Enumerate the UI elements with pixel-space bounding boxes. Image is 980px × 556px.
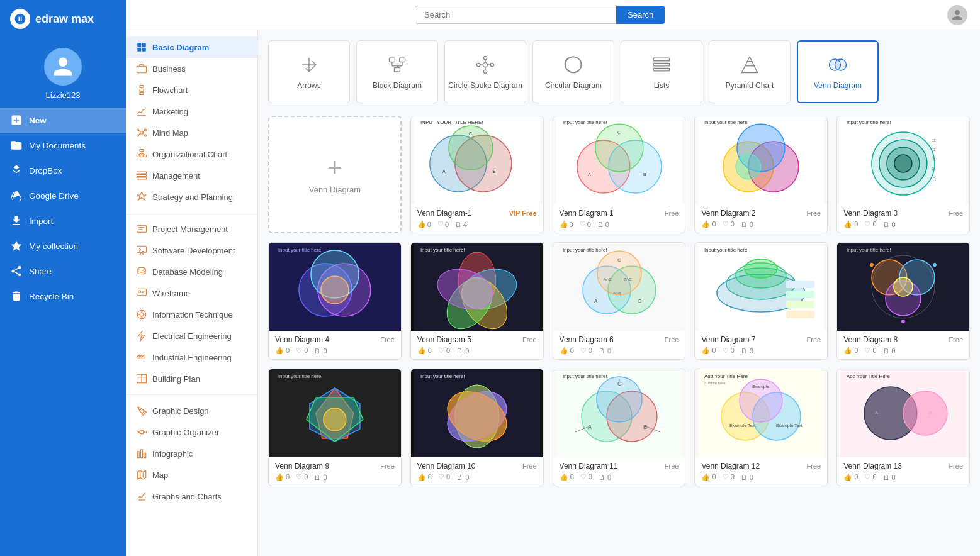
- sec-item-basic-diagram[interactable]: Basic Diagram: [126, 36, 257, 58]
- card-badge-vd2: Free: [807, 209, 821, 217]
- svg-text:Subtitle here: Subtitle here: [704, 381, 726, 385]
- svg-rect-66: [395, 68, 400, 72]
- new-template-card[interactable]: + Venn Diagram: [268, 116, 402, 233]
- svg-rect-22: [140, 155, 144, 157]
- sec-item-graphic-organizer[interactable]: Graphic Organizer: [126, 421, 257, 443]
- sidebar-item-new[interactable]: New: [0, 108, 126, 133]
- sec-item-database[interactable]: Database Modeling: [126, 261, 257, 282]
- svg-text:Input your title here!: Input your title here!: [704, 120, 749, 125]
- sec-item-software-dev[interactable]: Software Development: [126, 240, 257, 261]
- template-card-vd8[interactable]: Input your title here!: [836, 242, 970, 360]
- sec-item-flowchart[interactable]: Flowchart: [126, 79, 257, 101]
- svg-text:Input your title here!: Input your title here!: [420, 247, 465, 253]
- card-title-vd13: Venn Diagram 13: [843, 462, 902, 470]
- template-card-vd11[interactable]: Input your title here! A B C: [553, 369, 686, 486]
- avatar: [44, 48, 82, 86]
- svg-rect-0: [137, 43, 141, 47]
- svg-line-17: [143, 130, 144, 131]
- card-footer-vd2: Venn Diagram 2 Free 👍 0 ♡ 0 🗋 0: [695, 204, 827, 233]
- sec-item-map[interactable]: Map: [126, 464, 257, 486]
- cat-circular-diagram[interactable]: Circular Diagram: [532, 40, 614, 103]
- svg-text:Input your title here!: Input your title here!: [847, 120, 891, 125]
- sidebar-item-recycle-bin[interactable]: Recycle Bin: [0, 284, 126, 309]
- template-card-vd2[interactable]: Input your title here! Venn Diagram 2 Fr…: [694, 116, 828, 233]
- sec-item-strategy[interactable]: Strategy and Planning: [126, 186, 257, 208]
- svg-rect-58: [144, 453, 146, 458]
- template-card-vd3[interactable]: Input your title here! 01 02 03 04 05: [836, 116, 970, 233]
- sidebar-item-my-documents[interactable]: My Documents: [0, 133, 126, 158]
- sidebar-item-recycle-bin-label: Recycle Bin: [29, 292, 74, 301]
- sidebar-item-google-drive[interactable]: Google Drive: [0, 183, 126, 208]
- cat-lists[interactable]: Lists: [621, 40, 702, 103]
- template-card-vd13[interactable]: Add Your Title Here A B Venn Diagram 13 …: [836, 369, 970, 486]
- cat-arrows[interactable]: Arrows: [268, 40, 350, 103]
- template-card-vd1[interactable]: INPUT YOUR TITLE HERE! A B C Venn Diagra…: [410, 116, 544, 233]
- sec-item-infographic[interactable]: Infographic: [126, 443, 257, 464]
- sec-item-project-mgmt[interactable]: Project Management: [126, 218, 257, 240]
- plus-icon: +: [327, 155, 342, 180]
- cat-block-diagram-label: Block Diagram: [373, 81, 422, 90]
- user-icon-top[interactable]: [947, 5, 967, 25]
- sec-item-info-tech[interactable]: Information Technique: [126, 304, 257, 325]
- sec-item-graphic-design[interactable]: Graphic Design: [126, 400, 257, 421]
- sec-item-infographic-label: Infographic: [152, 449, 193, 459]
- search-input[interactable]: [415, 6, 616, 24]
- svg-point-51: [140, 430, 144, 434]
- template-card-vd10[interactable]: Input your title here! Venn Diagram 10: [410, 369, 544, 486]
- card-footer-vd9: Venn Diagram 9 Free 👍 0 ♡ 0 🗋 0: [269, 457, 401, 486]
- template-card-vd5[interactable]: Input your title here! Venn Diagram 5: [410, 242, 544, 360]
- template-card-vd12[interactable]: Add Your Title Here Subtitle here Exampl…: [694, 369, 828, 486]
- sec-item-graphs-charts-label: Graphs and Charts: [152, 492, 222, 501]
- sec-item-mind-map[interactable]: Mind Map: [126, 122, 257, 143]
- card-footer-vd1b: Venn Diagram 1 Free 👍 0 ♡ 0 🗋 0: [553, 204, 685, 233]
- card-stats-vd1b: 👍 0 ♡ 0 🗋 0: [560, 220, 679, 228]
- template-card-vd6[interactable]: Input your title here! A B C A∩C B∩C A∩B: [553, 242, 686, 360]
- svg-rect-64: [389, 58, 395, 62]
- sec-item-project-mgmt-label: Project Management: [152, 225, 228, 234]
- sec-item-building[interactable]: Building Plan: [126, 368, 257, 389]
- svg-point-74: [490, 63, 493, 66]
- logo-icon: [10, 9, 30, 29]
- sidebar-item-my-collection[interactable]: My collection: [0, 233, 126, 259]
- sidebar-item-import[interactable]: Import: [0, 208, 126, 233]
- card-badge-vd11: Free: [665, 462, 679, 470]
- svg-point-36: [138, 267, 145, 270]
- template-card-vd9[interactable]: Input your title here! Venn Diagram 9 Fr…: [268, 369, 402, 486]
- svg-text:A∩B: A∩B: [612, 291, 620, 295]
- sec-item-management[interactable]: Management: [126, 165, 257, 186]
- svg-point-166: [901, 320, 905, 323]
- svg-point-76: [477, 63, 480, 66]
- cat-block-diagram[interactable]: Block Diagram: [356, 40, 438, 103]
- sec-item-electrical[interactable]: Electrical Engineering: [126, 325, 257, 347]
- thumb-vd13: Add Your Title Here A B: [837, 369, 969, 457]
- sec-item-org-chart[interactable]: Organizational Chart: [126, 143, 257, 165]
- sec-item-business[interactable]: Business: [126, 58, 257, 79]
- cat-venn-diagram[interactable]: Venn Diagram: [797, 40, 879, 103]
- svg-rect-82: [653, 58, 669, 61]
- sec-item-industrial[interactable]: Industrial Engineering: [126, 347, 257, 368]
- card-badge-vd8: Free: [949, 336, 963, 343]
- sec-item-marketing[interactable]: Marketing: [126, 101, 257, 122]
- cat-arrows-label: Arrows: [297, 81, 320, 90]
- card-title-vd1b: Venn Diagram 1: [560, 209, 614, 218]
- svg-point-152: [745, 259, 777, 278]
- sidebar-item-share[interactable]: Share: [0, 259, 126, 284]
- card-stats-vd10: 👍 0 ♡ 0 🗋 0: [417, 473, 537, 481]
- sec-item-wireframe[interactable]: Wireframe: [126, 282, 257, 304]
- svg-rect-28: [137, 172, 147, 174]
- sec-item-building-label: Building Plan: [152, 374, 200, 384]
- sec-item-graphs-charts[interactable]: Graphs and Charts: [126, 486, 257, 507]
- card-footer-vd13: Venn Diagram 13 Free 👍 0 ♡ 0 🗋 0: [837, 457, 969, 486]
- search-button[interactable]: Search: [616, 6, 665, 24]
- template-card-vd7[interactable]: Input your title here!: [694, 242, 828, 360]
- template-card-vd1b[interactable]: Input your title here! A B C Venn Diagra…: [553, 116, 686, 233]
- divider-1: [126, 213, 257, 213]
- cat-circle-spoke[interactable]: Circle-Spoke Diagram: [444, 40, 526, 103]
- template-card-vd4[interactable]: Input your title here! Venn Diagram 4 Fr…: [268, 242, 402, 360]
- sidebar-item-dropbox[interactable]: DropBox: [0, 158, 126, 183]
- card-footer-vd5: Venn Diagram 5 Free 👍 0 ♡ 0 🗋 0: [411, 331, 543, 359]
- card-badge-vd13: Free: [949, 462, 963, 470]
- svg-text:C: C: [617, 130, 620, 135]
- cat-pyramid-chart[interactable]: Pyramid Chart: [709, 40, 791, 103]
- app-name: edraw max: [35, 13, 94, 26]
